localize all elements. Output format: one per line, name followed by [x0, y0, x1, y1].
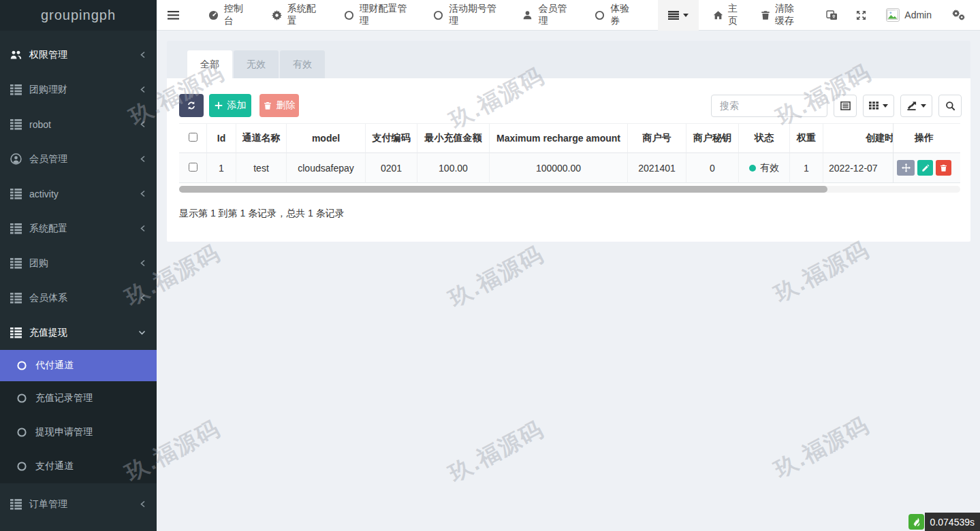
nav-item-members[interactable]: 会员管理 — [522, 3, 572, 27]
sidebar-item-label: activity — [29, 189, 59, 199]
sidebar: groupingph 权限管理 团购理财 robot 会员管理 activity — [0, 0, 157, 531]
gauge-icon — [208, 10, 219, 20]
add-button[interactable]: 添加 — [209, 94, 251, 117]
operations-cell — [894, 153, 955, 183]
cell-model: cloudsafepay — [286, 153, 365, 183]
col-pay-code: 支付编码 — [365, 123, 417, 153]
nav-item-dashboard[interactable]: 控制台 — [208, 3, 249, 27]
nav-item-label: 系统配置 — [287, 3, 321, 27]
sidebar-item-recharge-withdraw[interactable]: 充值提现 — [0, 315, 157, 350]
caret-down-icon — [883, 104, 888, 108]
main-content: 全部 无效 有效 添加 删除 — [157, 31, 980, 531]
sidebar-item-pay-channel[interactable]: 支付通道 — [0, 449, 157, 483]
search-input[interactable] — [711, 95, 827, 117]
channel-panel: 全部 无效 有效 添加 删除 — [167, 41, 970, 242]
nav-item-activity-period[interactable]: 活动期号管理 — [433, 3, 500, 27]
sidebar-item-withdraw-requests[interactable]: 提现申请管理 — [0, 415, 157, 449]
scrollbar-thumb[interactable] — [179, 186, 827, 193]
move-icon — [902, 163, 911, 172]
table-toolbar: 添加 删除 — [179, 94, 962, 117]
search-button[interactable] — [938, 95, 962, 117]
sidebar-item-system-config[interactable]: 系统配置 — [0, 211, 157, 246]
language-icon[interactable] — [826, 10, 838, 20]
gear-icon — [272, 10, 282, 20]
sidebar-item-robot[interactable]: robot — [0, 107, 157, 142]
panel-body: 添加 删除 — [167, 78, 970, 242]
sidebar-item-orders[interactable]: 订单管理 — [0, 487, 157, 521]
refresh-button[interactable] — [179, 94, 204, 117]
tab-all[interactable]: 全部 — [187, 50, 232, 78]
settings-cogs-icon[interactable] — [952, 10, 965, 21]
row-checkbox[interactable] — [189, 163, 197, 172]
sidebar-item-member-system[interactable]: 会员体系 — [0, 280, 157, 315]
chevron-left-icon — [140, 155, 146, 163]
cell-channel-name: test — [236, 153, 286, 183]
debug-trace-bar: 0.074539s — [908, 513, 980, 531]
sidebar-item-permissions[interactable]: 权限管理 — [0, 37, 157, 72]
nav-home-label: 主页 — [728, 3, 740, 27]
list-icon — [10, 188, 22, 199]
list-icon — [10, 498, 22, 510]
nav-item-voucher[interactable]: 体验券 — [595, 3, 635, 27]
detail-view-button[interactable] — [834, 95, 857, 117]
nav-item-system-config[interactable]: 系统配置 — [272, 3, 321, 27]
list-menu-icon — [668, 11, 679, 20]
list-icon — [10, 257, 22, 269]
avatar — [886, 8, 900, 22]
export-button[interactable] — [900, 95, 932, 117]
nav-clear-cache-link[interactable]: 清除缓存 — [761, 3, 802, 27]
fullscreen-icon[interactable] — [856, 10, 866, 20]
status-badge: 有效 — [760, 162, 779, 173]
col-min-recharge: 最小充值金额 — [417, 123, 489, 153]
nav-item-finance-config[interactable]: 理财配置管理 — [344, 3, 411, 27]
cell-status: 有效 — [738, 153, 789, 183]
runtime-badge[interactable]: 0.074539s — [925, 513, 980, 531]
sidebar-item-label: 权限管理 — [29, 49, 67, 61]
list-icon — [10, 327, 22, 338]
user-menu[interactable]: Admin — [886, 8, 932, 22]
list-icon — [10, 292, 22, 304]
caret-down-icon — [683, 14, 689, 17]
delete-button[interactable]: 删除 — [259, 94, 299, 117]
drag-move-button[interactable] — [897, 160, 915, 176]
columns-button[interactable] — [863, 95, 894, 117]
chevron-left-icon — [140, 51, 146, 59]
row-delete-button[interactable] — [936, 160, 951, 176]
cell-max-recharge: 100000.00 — [489, 153, 627, 183]
select-all-checkbox[interactable] — [189, 133, 197, 142]
sidebar-item-members[interactable]: 会员管理 — [0, 142, 157, 176]
edit-button[interactable] — [917, 160, 933, 176]
tab-valid[interactable]: 有效 — [280, 50, 325, 78]
status-dot-icon — [749, 165, 756, 172]
col-weight: 权重 — [789, 123, 823, 153]
sidebar-item-group-finance[interactable]: 团购理财 — [0, 72, 157, 107]
sidebar-item-label: 团购理财 — [29, 84, 67, 96]
chevron-left-icon — [140, 86, 146, 93]
circle-icon — [16, 360, 28, 372]
chevron-left-icon — [140, 294, 146, 302]
col-status: 状态 — [738, 123, 789, 153]
nav-item-label: 理财配置管理 — [360, 3, 411, 27]
sidebar-item-recharge-records[interactable]: 充值记录管理 — [0, 381, 157, 415]
channel-table: Id 通道名称 model 支付编码 最小充值金额 Maximum rechar… — [179, 123, 960, 183]
sidebar-item-label: 会员管理 — [29, 153, 67, 165]
nav-home-link[interactable]: 主页 — [713, 3, 740, 27]
cell-pay-code: 0201 — [365, 153, 417, 183]
pencil-icon — [921, 164, 930, 172]
sidebar-item-payout-channel[interactable]: 代付通道 — [0, 350, 157, 381]
circle-icon — [16, 461, 28, 472]
list-icon — [10, 118, 22, 130]
table-row[interactable]: 1 test cloudsafepay 0201 100.00 100000.0… — [179, 153, 960, 183]
thinkphp-logo-icon[interactable] — [908, 514, 924, 530]
sidebar-item-label: 提现申请管理 — [35, 426, 93, 438]
sidebar-toggle-icon[interactable] — [157, 11, 189, 20]
sidebar-item-activity[interactable]: activity — [0, 176, 157, 211]
user-circle-icon — [10, 153, 22, 165]
menu-dropdown-button[interactable] — [658, 0, 699, 31]
sidebar-item-label: robot — [29, 119, 51, 130]
sidebar-item-group-buy[interactable]: 团购 — [0, 246, 157, 280]
list-icon — [10, 223, 22, 234]
trash-icon — [761, 10, 770, 20]
tab-invalid[interactable]: 无效 — [234, 50, 279, 78]
circle-icon — [344, 10, 354, 20]
